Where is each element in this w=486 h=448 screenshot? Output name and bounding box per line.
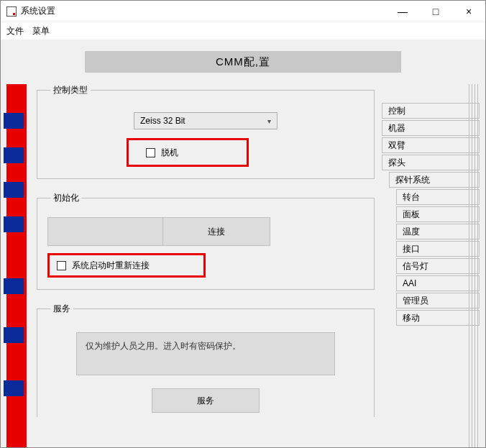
offline-checkbox[interactable] [146, 148, 155, 157]
reconnect-checkbox[interactable] [57, 261, 66, 270]
dropdown-value: Zeiss 32 Bit [140, 116, 185, 126]
tab-machine[interactable]: 机器 [382, 120, 480, 136]
service-button-label: 服务 [197, 395, 214, 407]
side-marker[interactable] [4, 147, 24, 163]
offline-highlight: 脱机 [127, 138, 249, 167]
titlebar: 系统设置 — □ × [1, 1, 485, 22]
reconnect-checkbox-row[interactable]: 系统启动时重新连接 [57, 260, 150, 272]
window-controls: — □ × [386, 1, 485, 22]
init-group: 初始化 连接 系统启动时重新连接 [37, 192, 375, 290]
maximize-button[interactable]: □ [419, 1, 452, 22]
init-legend: 初始化 [50, 192, 82, 204]
tab-control[interactable]: 控制 [382, 103, 480, 119]
minimize-button[interactable]: — [386, 1, 419, 22]
connect-row: 连接 [47, 217, 364, 246]
side-marker[interactable] [4, 278, 24, 294]
connect-button[interactable]: 连接 [162, 217, 270, 246]
chevron-down-icon: ▾ [267, 117, 271, 125]
page-banner: CMM配,置 [85, 51, 401, 73]
main-row: 控制类型 Zeiss 32 Bit ▾ 脱机 初始化 [6, 84, 480, 447]
menubar: 文件 菜单 [1, 22, 485, 40]
offline-checkbox-row[interactable]: 脱机 [146, 147, 178, 159]
service-note: 仅为维护人员之用。进入时有密码保护。 [76, 332, 335, 375]
side-marker[interactable] [4, 216, 24, 232]
tab-probe[interactable]: 探头 [382, 155, 480, 170]
side-marker[interactable] [4, 182, 24, 198]
window: 系统设置 — □ × 文件 菜单 CMM配,置 控制类型 [0, 0, 486, 448]
connect-bar [47, 217, 162, 246]
side-marker[interactable] [4, 113, 24, 129]
reconnect-label: 系统启动时重新连接 [72, 260, 150, 272]
right-tabs: 控制 机器 双臂 探头 探针系统 转台 面板 温度 接口 信号灯 AAI 管理员… [382, 84, 480, 447]
service-legend: 服务 [50, 303, 73, 315]
stack-lines [467, 84, 480, 447]
window-title: 系统设置 [21, 5, 386, 17]
offline-label: 脱机 [161, 147, 178, 159]
control-type-legend: 控制类型 [50, 84, 91, 96]
left-tab-strip [6, 84, 27, 447]
side-marker[interactable] [4, 380, 24, 396]
menu-menu[interactable]: 菜单 [32, 25, 50, 37]
service-button[interactable]: 服务 [152, 388, 260, 413]
tab-dual-arm[interactable]: 双臂 [382, 137, 480, 153]
side-marker[interactable] [4, 327, 24, 343]
close-button[interactable]: × [452, 1, 485, 22]
menu-file[interactable]: 文件 [6, 25, 24, 37]
control-type-dropdown[interactable]: Zeiss 32 Bit ▾ [134, 112, 278, 129]
reconnect-highlight: 系统启动时重新连接 [47, 253, 206, 278]
mid-panel: 控制类型 Zeiss 32 Bit ▾ 脱机 初始化 [27, 84, 382, 447]
service-group: 服务 仅为维护人员之用。进入时有密码保护。 服务 [37, 303, 375, 417]
content-area: CMM配,置 控制类型 Zeiss 32 Bit ▾ [1, 40, 485, 447]
app-icon [6, 6, 17, 17]
control-type-group: 控制类型 Zeiss 32 Bit ▾ 脱机 [37, 84, 375, 179]
connect-label: 连接 [208, 226, 225, 238]
